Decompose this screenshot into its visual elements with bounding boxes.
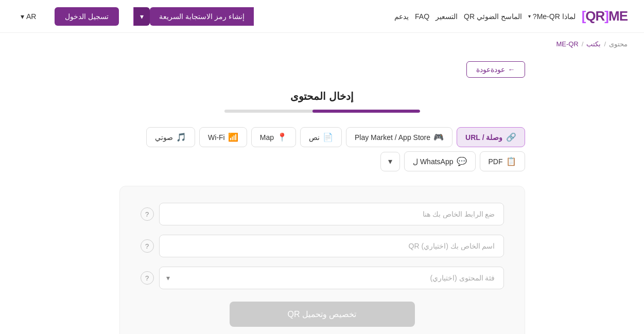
pdf-icon: 📋	[506, 156, 516, 166]
url-input-row: ?	[141, 203, 504, 225]
tab-wifi-label: Wi-Fi	[208, 133, 225, 142]
arrow-left-icon: ←	[508, 65, 515, 74]
gamepad-icon: 🎮	[433, 132, 444, 142]
back-label: عودةعودة	[476, 65, 505, 74]
nav-scanner-label: الماسح الضوئي QR	[464, 12, 522, 21]
chevron-down-icon: ▾	[388, 156, 392, 166]
category-select[interactable]: فئة المحتوى (اختياري)	[159, 267, 504, 289]
logo-bracket-open: [	[604, 8, 608, 24]
tab-url-label: وصلة / URL	[465, 133, 502, 142]
tab-pdf-label: PDF	[489, 157, 503, 166]
text-icon: 📄	[323, 132, 333, 142]
nav-faq[interactable]: FAQ	[415, 12, 429, 21]
nav-faq-label: FAQ	[415, 12, 429, 21]
breadcrumb-current: محتوى	[609, 40, 628, 48]
name-input-row: ?	[141, 235, 504, 257]
progress-bar	[224, 110, 420, 113]
nav-pricing-label: التسعير	[436, 12, 458, 21]
logo-me: ME	[608, 8, 628, 24]
qr-name-input[interactable]	[159, 235, 504, 257]
navbar-left: إنشاء رمز الاستجابة السريعة ▾ تسجيل الدخ…	[16, 7, 254, 26]
progress-fill	[312, 110, 420, 113]
login-button[interactable]: تسجيل الدخول	[55, 7, 119, 26]
language-switcher[interactable]: AR ▾	[16, 9, 40, 24]
wifi-icon: 📶	[228, 132, 238, 142]
create-qr-button[interactable]: إنشاء رمز الاستجابة السريعة	[150, 7, 254, 26]
category-input-row: فئة المحتوى (اختياري) ▾ ?	[141, 267, 504, 289]
nav-why[interactable]: لماذا Me-QR? ▾	[528, 12, 576, 21]
tab-text[interactable]: 📄 نص	[300, 127, 342, 147]
tabs-more-button[interactable]: ▾	[380, 152, 400, 171]
navbar-right: ME[QR] لماذا Me-QR? ▾ الماسح الضوئي QR ا…	[394, 8, 628, 24]
breadcrumb-sep1: /	[582, 40, 584, 48]
create-btn-group: إنشاء رمز الاستجابة السريعة ▾	[133, 7, 254, 26]
whatsapp-icon: 💬	[457, 156, 467, 166]
nav-why-label: لماذا Me-QR?	[533, 12, 576, 21]
logo-bracket-close: ]	[582, 8, 586, 24]
tab-text-label: نص	[309, 133, 320, 142]
tab-whatsapp-label: WhatsApp ل	[413, 157, 453, 166]
breadcrumb-sep2: /	[604, 40, 606, 48]
tab-audio[interactable]: 🎵 صوتي	[146, 127, 195, 147]
breadcrumb-link2[interactable]: بكتب	[586, 40, 601, 48]
logo: ME[QR]	[582, 8, 628, 24]
tab-pdf[interactable]: 📋 PDF	[480, 151, 525, 171]
navbar: ME[QR] لماذا Me-QR? ▾ الماسح الضوئي QR ا…	[0, 0, 644, 33]
tab-map[interactable]: 📍 Map	[251, 127, 296, 147]
nav-pricing[interactable]: التسعير	[436, 12, 458, 21]
main-content: ← عودةعودة إدخال المحتوى 🔗 وصلة / URL 🎮 …	[111, 51, 533, 334]
create-qr-arrow-button[interactable]: ▾	[133, 7, 150, 26]
nav-support[interactable]: يدعم	[394, 12, 409, 21]
back-button[interactable]: ← عودةعودة	[466, 61, 525, 78]
tab-playstore[interactable]: 🎮 Play Market / App Store	[346, 127, 452, 147]
category-help-icon[interactable]: ?	[141, 271, 154, 285]
url-input[interactable]	[159, 203, 504, 225]
url-help-icon[interactable]: ?	[141, 207, 154, 221]
chevron-down-icon: ▾	[140, 12, 144, 21]
form-panel: ? ? فئة المحتوى (اختياري) ▾ ? تخصيص وتحم…	[119, 186, 525, 334]
breadcrumb-home[interactable]: ME-QR	[556, 40, 578, 48]
audio-icon: 🎵	[176, 132, 186, 142]
tab-playstore-label: Play Market / App Store	[355, 133, 430, 142]
tab-audio-label: صوتي	[155, 133, 173, 142]
category-select-wrap: فئة المحتوى (اختياري) ▾	[159, 267, 504, 289]
chevron-down-icon: ▾	[528, 13, 531, 19]
tab-wifi[interactable]: 📶 Wi-Fi	[199, 127, 247, 147]
tab-map-label: Map	[260, 133, 274, 142]
submit-button[interactable]: تخصيص وتحميل QR	[230, 302, 415, 327]
tab-url[interactable]: 🔗 وصلة / URL	[457, 127, 525, 147]
nav-scanner[interactable]: الماسح الضوئي QR	[464, 12, 522, 21]
breadcrumb: محتوى / بكتب / ME-QR	[0, 33, 644, 51]
nav-support-label: يدعم	[394, 12, 409, 21]
chevron-down-icon: ▾	[21, 12, 24, 21]
content-tabs: 🔗 وصلة / URL 🎮 Play Market / App Store 📄…	[119, 127, 525, 171]
name-help-icon[interactable]: ?	[141, 239, 154, 253]
link-icon: 🔗	[506, 132, 516, 142]
logo-qr: QR	[585, 8, 604, 24]
map-icon: 📍	[277, 132, 287, 142]
page-title: إدخال المحتوى	[119, 90, 525, 102]
lang-label: AR	[26, 12, 36, 21]
tab-whatsapp[interactable]: 💬 WhatsApp ل	[404, 151, 475, 171]
